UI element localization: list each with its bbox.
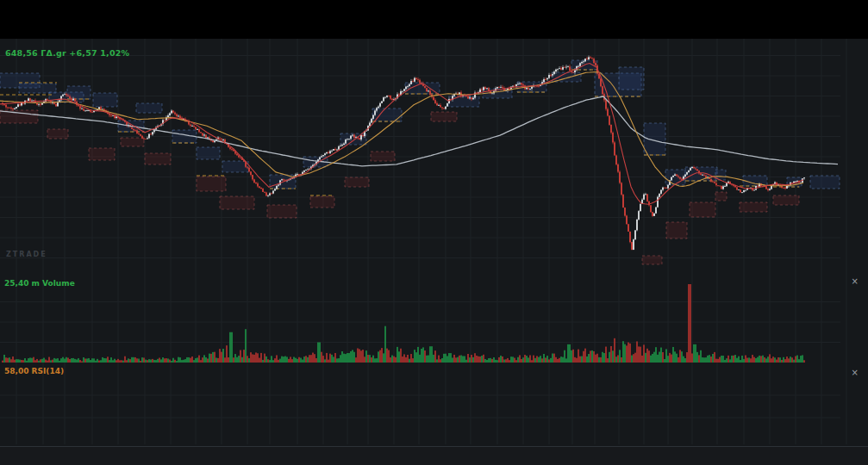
volume-pane-label: 25,40 m Volume [4,279,75,288]
chart-canvas[interactable] [0,0,868,465]
platform-watermark: ZTRADE [6,251,47,258]
rsi-pane-close-icon[interactable]: × [852,369,859,376]
trading-app: 648,56 ΓΔ.gr +6,57 1,02% ZTRADE 25,40 m … [0,0,868,465]
bottom-toolbar [0,446,868,465]
supply-demand-zones [0,60,840,264]
candlesticks [2,55,805,250]
symbol-quote-label: 648,56 ΓΔ.gr +6,57 1,02% [5,48,129,58]
volume-pane-close-icon[interactable]: × [852,278,859,285]
rsi-pane-label: 58,00 RSI(14) [4,367,64,375]
volume-bars [2,284,805,363]
